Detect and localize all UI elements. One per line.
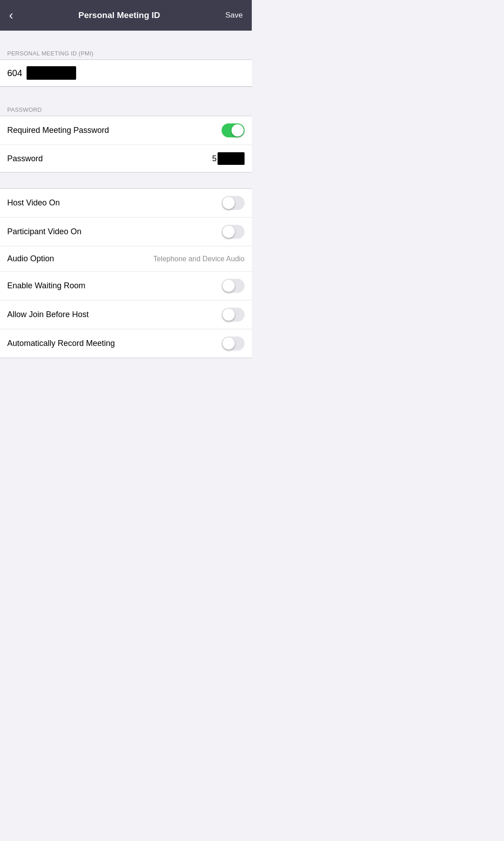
participant-video-row: Participant Video On bbox=[0, 218, 252, 246]
password-row[interactable]: Password 5 bbox=[0, 145, 252, 172]
join-before-host-label: Allow Join Before Host bbox=[7, 310, 89, 319]
nav-bar: ‹ Personal Meeting ID Save bbox=[0, 0, 252, 31]
section-gap-3 bbox=[0, 173, 252, 188]
password-redacted bbox=[218, 152, 245, 165]
auto-record-knob bbox=[222, 337, 235, 350]
required-password-row: Required Meeting Password bbox=[0, 116, 252, 145]
audio-option-row[interactable]: Audio Option Telephone and Device Audio bbox=[0, 246, 252, 272]
audio-option-value: Telephone and Device Audio bbox=[153, 255, 245, 263]
audio-option-label: Audio Option bbox=[7, 254, 54, 264]
pmi-row: 604 bbox=[0, 60, 252, 86]
participant-video-toggle[interactable] bbox=[222, 225, 245, 239]
section-gap-1 bbox=[0, 31, 252, 46]
join-before-host-knob bbox=[222, 309, 235, 321]
back-button[interactable]: ‹ bbox=[9, 9, 13, 22]
participant-video-label: Participant Video On bbox=[7, 227, 82, 236]
host-video-label: Host Video On bbox=[7, 198, 60, 208]
waiting-room-toggle[interactable] bbox=[222, 279, 245, 293]
password-section-header: PASSWORD bbox=[0, 103, 252, 116]
required-password-knob bbox=[232, 124, 244, 136]
password-card: Required Meeting Password Password 5 bbox=[0, 116, 252, 172]
page-title: Personal Meeting ID bbox=[13, 10, 225, 20]
waiting-room-knob bbox=[222, 280, 235, 292]
password-digit: 5 bbox=[212, 154, 217, 164]
section-gap-2 bbox=[0, 87, 252, 103]
password-value-container: 5 bbox=[212, 152, 245, 165]
required-password-label: Required Meeting Password bbox=[7, 126, 109, 135]
auto-record-toggle[interactable] bbox=[222, 336, 245, 350]
required-password-toggle[interactable] bbox=[222, 123, 245, 137]
auto-record-label: Automatically Record Meeting bbox=[7, 339, 115, 348]
settings-card: Host Video On Participant Video On Audio… bbox=[0, 189, 252, 358]
auto-record-row: Automatically Record Meeting bbox=[0, 329, 252, 358]
save-button[interactable]: Save bbox=[225, 11, 243, 20]
join-before-host-toggle[interactable] bbox=[222, 308, 245, 322]
pmi-redacted-value bbox=[27, 66, 76, 80]
pmi-section-header: PERSONAL MEETING ID (PMI) bbox=[0, 46, 252, 59]
host-video-row: Host Video On bbox=[0, 189, 252, 218]
bottom-gap bbox=[0, 358, 252, 374]
waiting-room-label: Enable Waiting Room bbox=[7, 281, 85, 291]
waiting-room-row: Enable Waiting Room bbox=[0, 272, 252, 300]
join-before-host-row: Allow Join Before Host bbox=[0, 300, 252, 329]
password-label: Password bbox=[7, 154, 43, 164]
participant-video-knob bbox=[222, 226, 235, 238]
host-video-knob bbox=[222, 197, 235, 209]
pmi-prefix: 604 bbox=[7, 68, 22, 78]
host-video-toggle[interactable] bbox=[222, 196, 245, 210]
